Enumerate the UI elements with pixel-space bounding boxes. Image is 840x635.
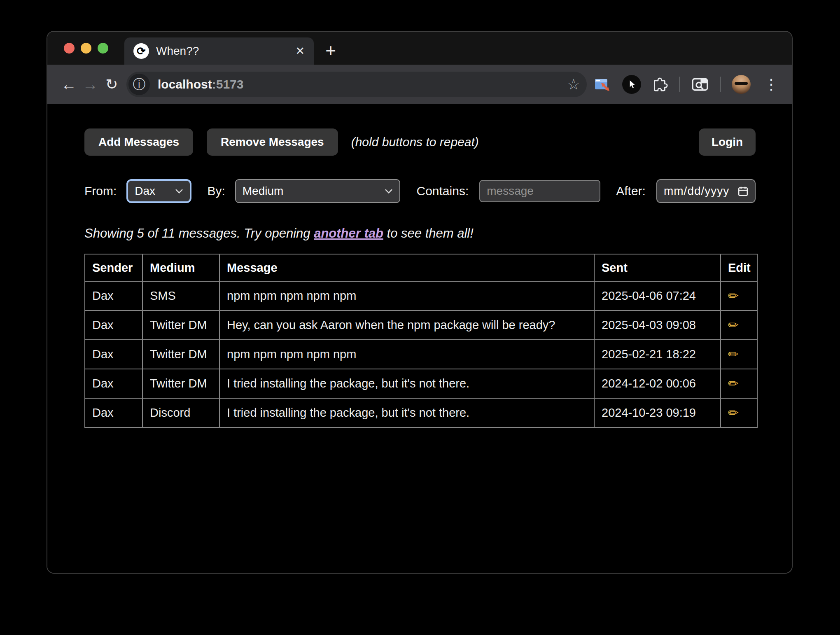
- cell-sender: Dax: [85, 310, 142, 340]
- bookmark-star-icon[interactable]: ☆: [567, 76, 580, 93]
- remove-messages-button[interactable]: Remove Messages: [207, 128, 338, 156]
- cell-sent: 2025-04-03 09:08: [594, 310, 721, 340]
- cell-medium: Discord: [142, 398, 219, 427]
- sync-favicon-icon: ⟳: [133, 43, 149, 59]
- cell-sender: Dax: [85, 369, 142, 398]
- cell-sender: Dax: [85, 340, 142, 369]
- edit-pencil-icon[interactable]: ✏: [728, 406, 739, 420]
- another-tab-link[interactable]: another tab: [314, 226, 383, 240]
- after-date-input[interactable]: mm/dd/yyyy: [656, 179, 756, 203]
- cell-sent: 2025-04-06 07:24: [594, 281, 721, 310]
- back-button[interactable]: ←: [58, 76, 79, 93]
- message-row: DaxTwitter DMnpm npm npm npm npm2025-02-…: [85, 340, 757, 369]
- column-header-medium: Medium: [142, 254, 219, 281]
- message-row: DaxTwitter DMHey, can you ask Aaron when…: [85, 310, 757, 340]
- close-window-button[interactable]: [64, 43, 75, 54]
- cursor-extension-icon[interactable]: [622, 75, 641, 94]
- by-select[interactable]: Medium: [235, 179, 400, 203]
- cell-sent: 2024-12-02 00:06: [594, 369, 721, 398]
- tab-title: When??: [156, 44, 199, 58]
- reload-button[interactable]: ↻: [101, 76, 122, 93]
- forward-button[interactable]: →: [79, 76, 101, 93]
- hold-buttons-hint: (hold buttons to repeat): [351, 135, 479, 149]
- edit-pencil-icon[interactable]: ✏: [728, 289, 739, 303]
- message-row: DaxTwitter DMI tried installing the pack…: [85, 369, 757, 398]
- new-tab-button[interactable]: +: [319, 39, 342, 62]
- cell-message: I tried installing the package, but it's…: [219, 369, 594, 398]
- cell-medium: Twitter DM: [142, 310, 219, 340]
- from-select[interactable]: Dax: [126, 179, 191, 203]
- edit-pencil-icon[interactable]: ✏: [728, 347, 739, 362]
- after-label: After:: [616, 184, 646, 198]
- cell-message: Hey, can you ask Aaron when the npm pack…: [219, 310, 594, 340]
- cell-edit: ✏: [721, 310, 757, 340]
- address-bar[interactable]: ⓘ localhost:5173 ☆: [126, 72, 587, 97]
- edit-pencil-icon[interactable]: ✏: [728, 376, 739, 391]
- minimize-window-button[interactable]: [81, 43, 91, 54]
- browser-window: ⟳ When?? ✕ + ← → ↻ ⓘ localhost:5173 ☆: [47, 31, 793, 574]
- chevron-down-icon: [379, 189, 393, 194]
- cell-medium: SMS: [142, 281, 219, 310]
- browser-menu-icon[interactable]: ⋮: [761, 77, 781, 92]
- tab-search-icon[interactable]: [691, 76, 709, 93]
- message-row: DaxDiscordI tried installing the package…: [85, 398, 757, 427]
- chevron-down-icon: [169, 189, 183, 194]
- tab-bar: ⟳ When?? ✕ +: [47, 32, 792, 65]
- browser-tab[interactable]: ⟳ When?? ✕: [124, 37, 314, 65]
- messages-table: SenderMediumMessageSentEdit DaxSMSnpm np…: [84, 254, 758, 428]
- cell-edit: ✏: [721, 398, 757, 427]
- cell-edit: ✏: [721, 340, 757, 369]
- traffic-lights: [64, 43, 108, 54]
- messages-header-row: SenderMediumMessageSentEdit: [85, 254, 757, 281]
- message-row: DaxSMSnpm npm npm npm npm2025-04-06 07:2…: [85, 281, 757, 310]
- contains-label: Contains:: [417, 184, 469, 198]
- tab-close-icon[interactable]: ✕: [295, 44, 305, 58]
- date-value: mm/dd/yyyy: [664, 184, 729, 198]
- messages-tbody: DaxSMSnpm npm npm npm npm2025-04-06 07:2…: [85, 281, 757, 427]
- zoom-window-button[interactable]: [98, 43, 108, 54]
- column-header-edit: Edit: [721, 254, 757, 281]
- cell-message: I tried installing the package, but it's…: [219, 398, 594, 427]
- window-resizer-extension-icon[interactable]: [593, 75, 611, 94]
- by-label: By:: [207, 184, 225, 198]
- cell-message: npm npm npm npm npm: [219, 340, 594, 369]
- cell-medium: Twitter DM: [142, 340, 219, 369]
- status-before-link: Showing 5 of 11 messages. Try opening: [84, 226, 314, 240]
- add-messages-button[interactable]: Add Messages: [84, 128, 193, 156]
- toolbar-divider: [720, 77, 721, 92]
- from-select-value: Dax: [135, 184, 155, 198]
- actions-row: Add Messages Remove Messages (hold butto…: [84, 128, 756, 156]
- login-button[interactable]: Login: [699, 128, 756, 156]
- column-header-sender: Sender: [85, 254, 142, 281]
- cell-sender: Dax: [85, 281, 142, 310]
- column-header-sent: Sent: [594, 254, 721, 281]
- calendar-icon[interactable]: [737, 185, 749, 197]
- url-host: localhost: [158, 77, 212, 91]
- status-after-link: to see them all!: [383, 226, 474, 240]
- filters-row: From: Dax By: Medium Contains: After: mm…: [84, 179, 756, 203]
- url-text: localhost:5173: [158, 77, 243, 91]
- page-content: Add Messages Remove Messages (hold butto…: [47, 104, 792, 573]
- cell-sent: 2025-02-21 18:22: [594, 340, 721, 369]
- contains-input[interactable]: [479, 180, 600, 202]
- extensions-puzzle-icon[interactable]: [652, 76, 668, 93]
- cell-medium: Twitter DM: [142, 369, 219, 398]
- cell-sent: 2024-10-23 09:19: [594, 398, 721, 427]
- site-info-icon[interactable]: ⓘ: [128, 74, 150, 95]
- toolbar-extensions: ⋮: [593, 75, 781, 94]
- edit-pencil-icon[interactable]: ✏: [728, 318, 739, 332]
- cell-edit: ✏: [721, 281, 757, 310]
- status-text: Showing 5 of 11 messages. Try opening an…: [84, 226, 756, 241]
- from-label: From:: [84, 184, 117, 198]
- toolbar-divider: [679, 77, 680, 92]
- cell-message: npm npm npm npm npm: [219, 281, 594, 310]
- browser-toolbar: ← → ↻ ⓘ localhost:5173 ☆: [47, 65, 792, 104]
- cell-sender: Dax: [85, 398, 142, 427]
- by-select-value: Medium: [243, 184, 284, 198]
- profile-avatar[interactable]: [732, 75, 751, 94]
- cell-edit: ✏: [721, 369, 757, 398]
- url-port: :5173: [212, 77, 244, 91]
- column-header-message: Message: [219, 254, 594, 281]
